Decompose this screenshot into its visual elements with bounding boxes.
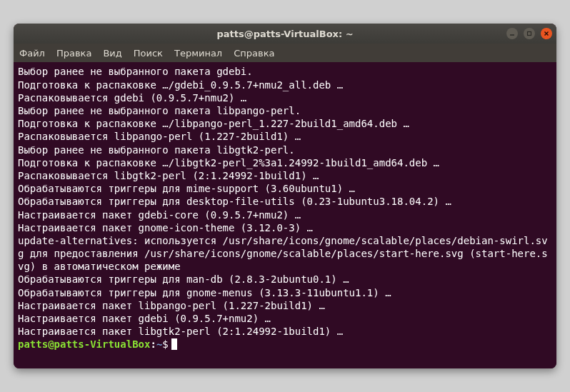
terminal-line: Подготовка к распаковке …/libgtk2-perl_2… <box>18 156 552 169</box>
minimize-button[interactable] <box>506 28 518 39</box>
menu-view[interactable]: Вид <box>103 48 121 59</box>
terminal-line: Настраивается пакет libpango-perl (1.227… <box>18 299 552 312</box>
terminal-output: Выбор ранее не выбранного пакета gdebi.П… <box>18 65 552 338</box>
terminal-line: Обрабатываются триггеры для man-db (2.8.… <box>18 273 552 286</box>
titlebar: patts@patts-VirtualBox: ~ <box>14 24 556 44</box>
close-button[interactable] <box>541 28 552 39</box>
terminal-line: Настраивается пакет gdebi (0.9.5.7+nmu2)… <box>18 312 552 325</box>
menu-edit[interactable]: Правка <box>56 48 91 59</box>
prompt-path: ~ <box>156 338 162 351</box>
prompt-dollar: $ <box>162 338 168 351</box>
terminal-line: Распаковывается libgtk2-perl (2:1.24992-… <box>18 169 552 182</box>
prompt-user-host: patts@patts-VirtualBox <box>18 338 150 351</box>
terminal-line: Распаковывается libpango-perl (1.227-2bu… <box>18 130 552 143</box>
terminal-line: Распаковывается gdebi (0.9.5.7+nmu2) … <box>18 91 552 104</box>
prompt-line: patts@patts-VirtualBox:~$ <box>18 338 552 351</box>
maximize-button[interactable] <box>524 28 535 39</box>
terminal-line: Обрабатываются триггеры для desktop-file… <box>18 195 552 208</box>
terminal-line: Выбор ранее не выбранного пакета libgtk2… <box>18 144 552 156</box>
window-controls <box>506 28 552 39</box>
menubar: Файл Правка Вид Поиск Терминал Справка <box>14 44 556 62</box>
menu-file[interactable]: Файл <box>19 48 45 59</box>
cursor <box>171 338 177 350</box>
terminal-area[interactable]: Выбор ранее не выбранного пакета gdebi.П… <box>14 62 556 368</box>
terminal-line: Настраивается пакет gnome-icon-theme (3.… <box>18 221 552 234</box>
prompt-colon: : <box>150 338 156 351</box>
window-title: patts@patts-VirtualBox: ~ <box>19 29 551 39</box>
terminal-line: Настраивается пакет gdebi-core (0.9.5.7+… <box>18 208 552 221</box>
maximize-icon <box>526 31 532 36</box>
terminal-line: Выбор ранее не выбранного пакета libpang… <box>18 104 552 117</box>
svg-rect-1 <box>528 32 531 36</box>
terminal-line: Настраивается пакет libgtk2-perl (2:1.24… <box>18 325 552 338</box>
terminal-line: Подготовка к распаковке …/libpango-perl_… <box>18 117 552 130</box>
menu-search[interactable]: Поиск <box>134 48 163 59</box>
terminal-window: patts@patts-VirtualBox: ~ Файл Правка Ви… <box>14 24 556 368</box>
terminal-line: Выбор ранее не выбранного пакета gdebi. <box>18 65 552 78</box>
terminal-line: update-alternatives: используется /usr/s… <box>18 234 552 273</box>
menu-help[interactable]: Справка <box>234 48 274 59</box>
terminal-line: Подготовка к распаковке …/gdebi_0.9.5.7+… <box>18 79 552 91</box>
terminal-line: Обрабатываются триггеры для mime-support… <box>18 182 552 195</box>
menu-terminal[interactable]: Терминал <box>174 48 222 59</box>
close-icon <box>544 31 549 36</box>
minimize-icon <box>509 31 515 36</box>
terminal-line: Обрабатываются триггеры для gnome-menus … <box>18 286 552 299</box>
